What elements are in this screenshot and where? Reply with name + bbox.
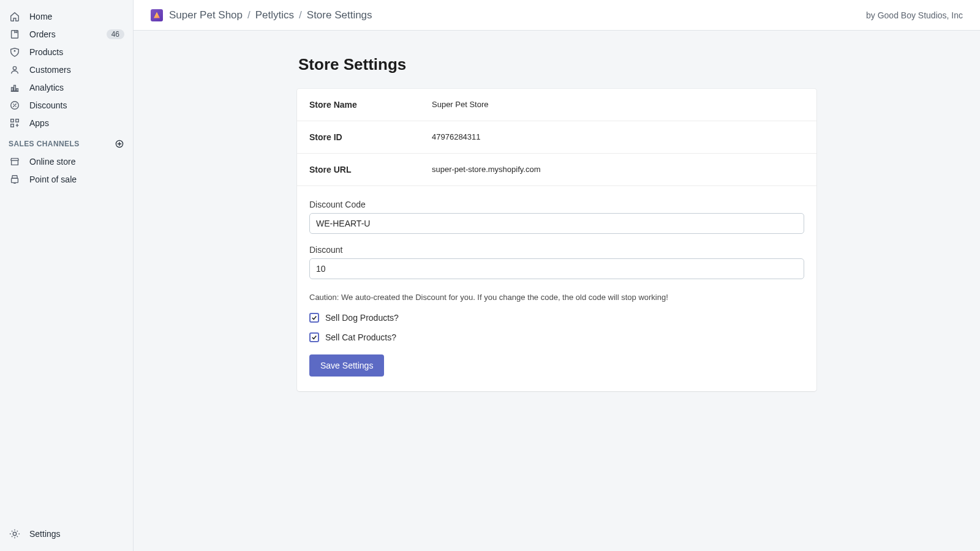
sidebar-item-settings[interactable]: Settings [0,525,133,542]
sidebar-item-label: Online store [29,157,75,167]
sell-dog-label: Sell Dog Products? [325,313,399,323]
svg-rect-9 [11,119,14,122]
sidebar-item-discounts[interactable]: Discounts [0,96,133,114]
add-channel-icon[interactable] [115,139,124,149]
sidebar: Home Orders 46 Products Customers [0,0,134,551]
svg-point-14 [13,532,16,535]
products-icon [9,46,21,58]
breadcrumb-root[interactable]: Super Pet Shop [169,9,243,21]
discounts-icon [9,99,21,111]
store-url-label: Store URL [309,165,432,174]
channel-online-store[interactable]: Online store [0,152,133,170]
main: Super Pet Shop / Petlytics / Store Setti… [134,0,980,551]
channel-pos[interactable]: Point of sale [0,170,133,188]
sidebar-item-label: Orders [29,29,56,39]
channels-list: Online store Point of sale [0,152,133,188]
sell-cat-label: Sell Cat Products? [325,332,396,342]
sidebar-item-orders[interactable]: Orders 46 [0,25,133,43]
sidebar-item-label: Home [29,12,52,21]
form-section: Discount Code Discount Caution: We auto-… [297,186,816,391]
discount-code-label: Discount Code [309,200,804,209]
home-icon [9,10,21,23]
online-store-icon [9,156,21,168]
sidebar-item-products[interactable]: Products [0,43,133,61]
sidebar-item-home[interactable]: Home [0,7,133,25]
discount-code-input[interactable] [309,213,804,234]
row-store-url: Store URL super-pet-store.myshopify.com [297,154,816,186]
sell-cat-checkbox[interactable] [309,332,319,342]
row-store-id: Store ID 47976284311 [297,121,816,154]
save-button[interactable]: Save Settings [309,354,384,377]
svg-rect-3 [12,88,13,91]
breadcrumb-current: Store Settings [307,9,372,21]
svg-point-8 [15,105,17,107]
sidebar-item-label: Settings [29,529,61,539]
content: Store Settings Store Name Super Pet Stor… [134,31,980,551]
sidebar-item-label: Point of sale [29,174,77,184]
orders-badge: 46 [107,29,124,39]
gear-icon [9,528,21,540]
settings-card: Store Name Super Pet Store Store ID 4797… [297,89,816,391]
breadcrumb-app[interactable]: Petlytics [255,9,294,21]
svg-point-7 [13,103,14,105]
discount-label: Discount [309,245,804,255]
breadcrumb-sep: / [299,9,302,21]
store-id-value: 47976284311 [432,132,481,142]
store-name-value: Super Pet Store [432,100,489,110]
nav-list: Home Orders 46 Products Customers [0,7,133,132]
sidebar-item-label: Customers [29,65,71,75]
sidebar-item-label: Discounts [29,100,67,110]
sidebar-item-customers[interactable]: Customers [0,61,133,78]
store-name-label: Store Name [309,100,432,110]
sidebar-item-label: Products [29,47,63,57]
svg-rect-11 [11,124,14,127]
byline: by Good Boy Studios, Inc [866,10,963,20]
svg-point-2 [13,66,16,69]
svg-rect-5 [17,88,18,91]
svg-rect-10 [16,119,19,122]
page-title: Store Settings [298,55,816,74]
sidebar-item-apps[interactable]: Apps [0,114,133,132]
orders-icon [9,28,21,40]
row-store-name: Store Name Super Pet Store [297,89,816,121]
store-url-value: super-pet-store.myshopify.com [432,165,541,174]
pos-icon [9,173,21,186]
svg-rect-13 [12,178,18,182]
sell-dog-checkbox[interactable] [309,313,319,323]
breadcrumb-sep: / [247,9,251,21]
sidebar-item-label: Analytics [29,83,64,92]
customers-icon [9,64,21,76]
discount-input[interactable] [309,258,804,279]
analytics-icon [9,81,21,94]
breadcrumb: Super Pet Shop / Petlytics / Store Setti… [169,9,372,21]
topbar: Super Pet Shop / Petlytics / Store Setti… [134,0,980,31]
sidebar-item-label: Apps [29,118,49,128]
svg-rect-4 [14,85,16,91]
sales-channels-header: SALES CHANNELS [0,132,133,152]
caution-text: Caution: We auto-created the Discount fo… [309,293,804,302]
apps-icon [9,117,21,129]
app-logo-icon [151,9,163,21]
svg-point-1 [14,50,16,51]
store-id-label: Store ID [309,132,432,142]
sell-dog-row: Sell Dog Products? [309,313,804,323]
sales-channels-label: SALES CHANNELS [9,140,80,148]
sell-cat-row: Sell Cat Products? [309,332,804,342]
sidebar-item-analytics[interactable]: Analytics [0,78,133,96]
